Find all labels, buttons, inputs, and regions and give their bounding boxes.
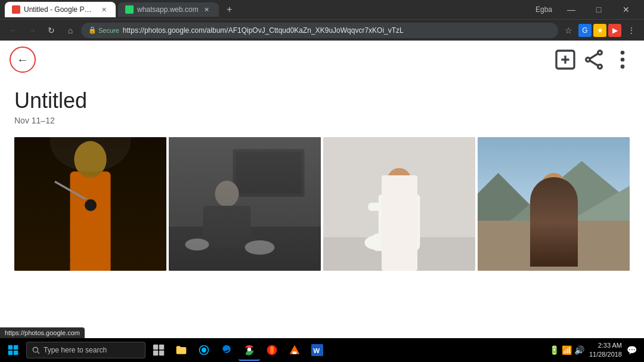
clock-time: 2:33 AM bbox=[589, 341, 622, 350]
username-label: Egba bbox=[535, 5, 552, 14]
status-url-text: https://photos.google.com bbox=[5, 329, 80, 336]
svg-rect-16 bbox=[70, 258, 89, 271]
tab-favicon-whatsapp bbox=[125, 5, 134, 14]
cortana-button[interactable] bbox=[193, 339, 215, 361]
more-options-button[interactable] bbox=[611, 48, 634, 72]
status-bar-url: https://photos.google.com bbox=[0, 327, 85, 338]
svg-rect-59 bbox=[153, 345, 158, 349]
svg-rect-14 bbox=[70, 172, 111, 263]
svg-point-4 bbox=[586, 58, 590, 62]
menu-button[interactable]: ⋮ bbox=[624, 23, 639, 38]
chrome-button[interactable] bbox=[239, 339, 260, 361]
app-bar-actions bbox=[553, 48, 634, 72]
photo-item-3[interactable] bbox=[323, 137, 475, 271]
file-explorer-button[interactable] bbox=[171, 339, 192, 361]
svg-rect-61 bbox=[153, 351, 158, 355]
secure-label: Secure bbox=[98, 27, 119, 34]
opera-button[interactable] bbox=[261, 339, 283, 361]
battery-icon: 🔋 bbox=[549, 345, 559, 355]
photo-3-image bbox=[323, 137, 475, 271]
vlc-button[interactable] bbox=[284, 339, 305, 361]
svg-point-64 bbox=[202, 348, 206, 352]
svg-rect-49 bbox=[534, 202, 574, 249]
add-to-album-button[interactable] bbox=[553, 48, 577, 72]
svg-point-31 bbox=[185, 239, 209, 250]
notification-icon[interactable]: 💬 bbox=[627, 345, 637, 355]
svg-point-30 bbox=[245, 240, 275, 255]
folder-icon bbox=[175, 344, 187, 356]
share-button[interactable] bbox=[582, 48, 606, 72]
more-vert-icon bbox=[611, 48, 634, 72]
forward-nav-button[interactable]: → bbox=[24, 22, 41, 39]
taskbar-app-icons: W bbox=[148, 339, 328, 361]
svg-text:W: W bbox=[313, 346, 320, 354]
system-tray-icons: 🔋 📶 🔊 bbox=[549, 345, 584, 355]
reload-button[interactable]: ↻ bbox=[43, 22, 60, 39]
svg-rect-55 bbox=[8, 351, 13, 355]
svg-rect-34 bbox=[323, 237, 475, 271]
taskbar: Type here to search bbox=[0, 338, 644, 362]
word-button[interactable]: W bbox=[306, 339, 328, 361]
task-view-button[interactable] bbox=[148, 339, 169, 361]
back-button[interactable]: ← bbox=[10, 47, 36, 73]
secure-icon: 🔒 Secure bbox=[88, 26, 119, 34]
extension-icon-2[interactable]: ★ bbox=[593, 24, 606, 37]
svg-rect-51 bbox=[534, 227, 574, 236]
svg-point-66 bbox=[247, 348, 251, 351]
svg-line-7 bbox=[590, 61, 597, 66]
add-photo-icon bbox=[553, 48, 577, 72]
url-display[interactable]: https://photos.google.com/album/AF1QipOv… bbox=[123, 26, 551, 35]
maximize-button[interactable]: □ bbox=[586, 1, 612, 18]
svg-rect-60 bbox=[159, 345, 164, 349]
windows-icon bbox=[7, 344, 19, 356]
bookmark-button[interactable]: ☆ bbox=[561, 23, 576, 38]
svg-point-52 bbox=[541, 173, 567, 203]
svg-rect-70 bbox=[293, 352, 297, 354]
photo-2-image bbox=[169, 137, 321, 271]
minimize-button[interactable]: — bbox=[558, 1, 584, 18]
tab-close-photos[interactable]: ✕ bbox=[99, 5, 109, 14]
vlc-icon bbox=[289, 344, 301, 356]
taskbar-right: 🔋 📶 🔊 2:33 AM 11/28/2018 💬 bbox=[549, 341, 642, 360]
address-bar: ← → ↻ ⌂ 🔒 Secure https://photos.google.c… bbox=[0, 19, 644, 41]
page-content: ← bbox=[0, 41, 644, 338]
photo-grid bbox=[14, 137, 630, 271]
tab-close-whatsapp[interactable]: ✕ bbox=[202, 5, 212, 14]
wifi-icon: 📶 bbox=[562, 345, 572, 355]
home-button[interactable]: ⌂ bbox=[62, 22, 79, 39]
svg-rect-23 bbox=[169, 137, 321, 227]
taskbar-search[interactable]: Type here to search bbox=[26, 342, 145, 358]
photo-item-4[interactable] bbox=[478, 137, 630, 271]
album-content: Untitled Nov 11–12 bbox=[0, 79, 644, 285]
address-input-wrap[interactable]: 🔒 Secure https://photos.google.com/album… bbox=[81, 23, 558, 38]
svg-rect-53 bbox=[8, 345, 13, 350]
tab-label-whatsapp: whatsapp.web.com bbox=[137, 5, 199, 14]
new-tab-button[interactable]: + bbox=[221, 1, 238, 18]
taskbar-clock[interactable]: 2:33 AM 11/28/2018 bbox=[589, 341, 622, 360]
search-placeholder: Type here to search bbox=[44, 346, 140, 354]
photo-1-image bbox=[14, 137, 166, 271]
back-nav-button[interactable]: ← bbox=[5, 22, 21, 39]
share-icon bbox=[582, 48, 606, 72]
tab-google-photos[interactable]: Untitled - Google Photos ✕ bbox=[5, 2, 116, 17]
album-title: Untitled bbox=[14, 88, 630, 113]
photo-item-2[interactable] bbox=[169, 137, 321, 271]
extension-icon-3[interactable]: ▶ bbox=[608, 24, 621, 37]
svg-rect-56 bbox=[14, 351, 18, 355]
edge-icon bbox=[221, 344, 233, 356]
start-button[interactable] bbox=[2, 339, 24, 361]
svg-rect-25 bbox=[233, 149, 305, 197]
photo-item-1[interactable] bbox=[14, 137, 166, 271]
svg-rect-33 bbox=[323, 137, 475, 237]
tab-whatsapp[interactable]: whatsapp.web.com ✕ bbox=[118, 2, 219, 17]
photo-4-image bbox=[478, 137, 630, 271]
extension-icons: G ★ ▶ bbox=[578, 24, 621, 37]
svg-rect-47 bbox=[478, 221, 630, 271]
tabs-container: Untitled - Google Photos ✕ whatsapp.web.… bbox=[5, 1, 238, 18]
extension-icon-1[interactable]: G bbox=[578, 24, 592, 37]
back-arrow-icon: ← bbox=[17, 53, 29, 67]
edge-browser-button[interactable] bbox=[216, 339, 237, 361]
svg-line-58 bbox=[38, 352, 39, 354]
svg-point-8 bbox=[621, 51, 625, 55]
close-button[interactable]: ✕ bbox=[613, 1, 639, 18]
